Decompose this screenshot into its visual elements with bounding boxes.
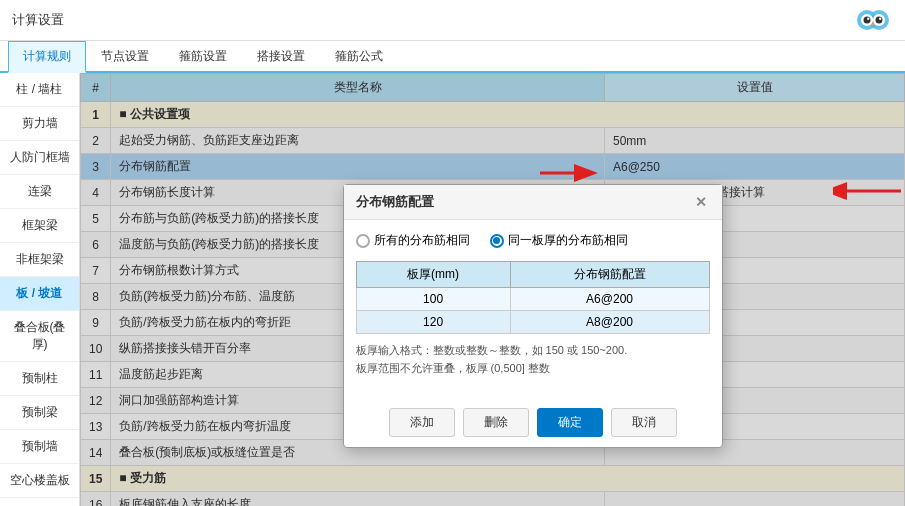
- modal-body: 所有的分布筋相同 同一板厚的分布筋相同 板厚(mm) 分布钢筋配置: [344, 220, 722, 399]
- tab-bar: 计算规则 节点设置 箍筋设置 搭接设置 箍筋公式: [0, 41, 905, 73]
- sidebar-item-link-beam[interactable]: 连梁: [0, 175, 79, 209]
- hint-text: 板厚输入格式：整数或整数～整数，如 150 或 150~200. 板厚范围不允许…: [356, 342, 710, 377]
- radio-label-1: 所有的分布筋相同: [374, 232, 470, 249]
- radio-circle-1[interactable]: [356, 234, 370, 248]
- sidebar-item-non-frame-beam[interactable]: 非框架梁: [0, 243, 79, 277]
- thickness-cell-1: 100: [356, 288, 510, 311]
- sidebar: 柱 / 墙柱 剪力墙 人防门框墙 连梁 框架梁 非框架梁 板 / 坡道 叠合板(…: [0, 73, 80, 506]
- svg-point-5: [876, 17, 883, 24]
- sidebar-item-civil-door[interactable]: 人防门框墙: [0, 141, 79, 175]
- sidebar-item-composite-slab[interactable]: 叠合板(叠厚): [0, 311, 79, 362]
- sidebar-item-frame-beam[interactable]: 框架梁: [0, 209, 79, 243]
- arrow-indicator-2: [833, 181, 903, 204]
- radio-option-all-same[interactable]: 所有的分布筋相同: [356, 232, 470, 249]
- modal-footer: 添加 删除 确定 取消: [344, 400, 722, 447]
- content-area: # 类型名称 设置值 1■ 公共设置项2起始受力钢筋、负筋距支座边距离50mm3…: [80, 73, 905, 506]
- delete-button[interactable]: 删除: [463, 408, 529, 437]
- svg-point-6: [867, 18, 869, 20]
- thickness-cell-2: 120: [356, 311, 510, 334]
- radio-options-row: 所有的分布筋相同 同一板厚的分布筋相同: [356, 232, 710, 249]
- inner-table-row: 100 A6@200: [356, 288, 709, 311]
- config-cell-2: A8@200: [510, 311, 709, 334]
- tab-splice-settings[interactable]: 搭接设置: [242, 41, 320, 73]
- radio-option-same-thickness[interactable]: 同一板厚的分布筋相同: [490, 232, 628, 249]
- tab-stirrup-settings[interactable]: 箍筋设置: [164, 41, 242, 73]
- modal-overlay: 分布钢筋配置 ✕ 所有的分布筋相同 同一板厚的分布筋相同: [80, 73, 905, 506]
- sidebar-item-slab[interactable]: 板 / 坡道: [0, 277, 79, 311]
- svg-point-7: [879, 18, 881, 20]
- sidebar-item-shear-wall[interactable]: 剪力墙: [0, 107, 79, 141]
- radio-circle-2[interactable]: [490, 234, 504, 248]
- sidebar-item-precast-beam[interactable]: 预制梁: [0, 396, 79, 430]
- sidebar-item-precast-wall[interactable]: 预制墙: [0, 430, 79, 464]
- title-bar: 计算设置: [0, 0, 905, 41]
- modal-title: 分布钢筋配置: [356, 193, 434, 211]
- inner-table-row: 120 A8@200: [356, 311, 709, 334]
- distribution-rebar-dialog: 分布钢筋配置 ✕ 所有的分布筋相同 同一板厚的分布筋相同: [343, 184, 723, 447]
- radio-label-2: 同一板厚的分布筋相同: [508, 232, 628, 249]
- tab-calc-rules[interactable]: 计算规则: [8, 41, 86, 73]
- tab-stirrup-formula[interactable]: 箍筋公式: [320, 41, 398, 73]
- inner-col-config: 分布钢筋配置: [510, 262, 709, 288]
- cancel-button[interactable]: 取消: [611, 408, 677, 437]
- inner-col-thickness: 板厚(mm): [356, 262, 510, 288]
- sidebar-item-precast-col[interactable]: 预制柱: [0, 362, 79, 396]
- close-icon[interactable]: ✕: [692, 193, 710, 211]
- sidebar-item-hollow-cover[interactable]: 空心楼盖板: [0, 464, 79, 498]
- modal-header: 分布钢筋配置 ✕: [344, 185, 722, 220]
- sidebar-item-main-rib[interactable]: 主肋梁: [0, 498, 79, 506]
- sidebar-item-column[interactable]: 柱 / 墙柱: [0, 73, 79, 107]
- app-title: 计算设置: [12, 11, 64, 29]
- ok-button[interactable]: 确定: [537, 408, 603, 437]
- config-cell-1: A6@200: [510, 288, 709, 311]
- tab-node-settings[interactable]: 节点设置: [86, 41, 164, 73]
- add-button[interactable]: 添加: [389, 408, 455, 437]
- inner-rebar-table: 板厚(mm) 分布钢筋配置 100 A6@200 120 A8@20: [356, 261, 710, 334]
- owl-logo: [853, 6, 893, 34]
- svg-point-4: [864, 17, 871, 24]
